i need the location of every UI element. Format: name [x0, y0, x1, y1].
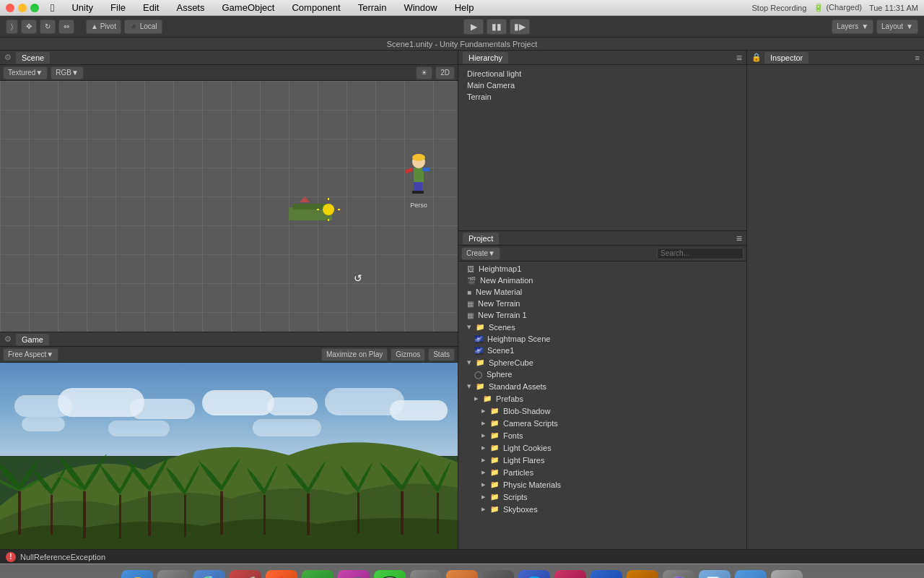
cursor: ↺: [354, 272, 362, 284]
project-options[interactable]: ≡: [736, 233, 742, 244]
project-item-new-material[interactable]: ■ New Material: [458, 286, 746, 298]
tool-hand[interactable]: 〉: [6, 20, 18, 34]
dock-itunes[interactable]: 🎵: [338, 570, 370, 579]
dock-trash[interactable]: 🗑: [771, 570, 803, 579]
dock-unity[interactable]: ▶: [410, 570, 442, 579]
rgb-button[interactable]: RGB ▼: [51, 66, 84, 79]
menu-help[interactable]: Help: [452, 2, 477, 13]
scene-canvas[interactable]: Perso: [0, 81, 458, 332]
error-icon: !: [6, 552, 16, 562]
project-item-spherecube[interactable]: 📁 SphereCube: [458, 356, 746, 368]
item-label: SphereCube: [489, 358, 533, 367]
dock-firefox[interactable]: 🔥: [266, 570, 297, 579]
dock-finder[interactable]: 😄: [121, 570, 153, 579]
dock-indesign[interactable]: Id: [554, 570, 586, 579]
menu-file[interactable]: File: [108, 2, 128, 13]
dock-browser[interactable]: 🌐: [518, 570, 550, 579]
svg-rect-21: [148, 491, 151, 536]
step-button[interactable]: ▮▶: [510, 19, 530, 35]
project-item-scenes[interactable]: 📁 Scenes: [458, 321, 746, 333]
menu-window[interactable]: Window: [401, 2, 440, 13]
apple-menu[interactable]: : [51, 1, 54, 14]
tool-move[interactable]: ✥: [21, 20, 37, 34]
project-search[interactable]: [657, 248, 744, 259]
scene-icon: ⚙: [4, 53, 12, 62]
aspect-dropdown[interactable]: Free Aspect ▼: [3, 348, 58, 361]
project-item-camera-scripts[interactable]: 📁 Camera Scripts: [458, 417, 746, 429]
inspector-tab[interactable]: Inspector: [764, 52, 808, 64]
game-tab[interactable]: Game: [16, 334, 49, 345]
gizmos-btn[interactable]: Gizmos: [391, 348, 425, 361]
scene-tab[interactable]: Scene: [16, 52, 50, 64]
project-item-prefabs[interactable]: 📁 Prefabs: [458, 392, 746, 405]
item-label: Blob-Shadow: [503, 407, 550, 415]
tool-rotate[interactable]: ↻: [40, 20, 56, 34]
game-canvas[interactable]: [0, 363, 458, 549]
project-item-scripts[interactable]: 📁 Scripts: [458, 491, 746, 503]
project-tab[interactable]: Project: [463, 233, 499, 244]
project-content[interactable]: 🖼 Heightmap1 🎬 New Animation ■ New Mater…: [458, 262, 746, 549]
scene-light-btn[interactable]: ☀: [416, 66, 432, 79]
maximize-button[interactable]: [30, 4, 39, 12]
file-icon: ■: [467, 288, 471, 296]
hierarchy-directional-light[interactable]: Directional light: [458, 68, 746, 79]
maximize-btn[interactable]: Maximize on Play: [321, 348, 388, 361]
dock-photoshop[interactable]: Ps: [590, 570, 622, 579]
project-item-fonts[interactable]: 📁 Fonts: [458, 429, 746, 441]
layers-dropdown[interactable]: Layers ▼: [832, 20, 873, 34]
dock-appstore[interactable]: 🏢: [735, 570, 767, 579]
project-item-particles[interactable]: 📁 Particles: [458, 466, 746, 478]
close-button[interactable]: [6, 4, 14, 12]
menu-unity[interactable]: Unity: [69, 2, 96, 13]
project-item-new-terrain1[interactable]: ▦ New Terrain 1: [458, 309, 746, 321]
dock-instruments[interactable]: 🔮: [663, 570, 694, 579]
dock-more1[interactable]: 🌞: [482, 570, 514, 579]
menu-edit[interactable]: Edit: [140, 2, 162, 13]
hierarchy-tab[interactable]: Hierarchy: [463, 52, 508, 64]
dock-launchpad[interactable]: ✎: [157, 570, 189, 579]
traffic-lights[interactable]: [6, 4, 39, 12]
recording-status: Stop Recording: [752, 4, 807, 12]
hierarchy-terrain[interactable]: Terrain: [458, 91, 746, 103]
project-item-new-animation[interactable]: 🎬 New Animation: [458, 275, 746, 286]
inspector-options[interactable]: ≡: [915, 53, 920, 62]
project-item-new-terrain[interactable]: ▦ New Terrain: [458, 298, 746, 309]
dock-sketchup[interactable]: ⛤: [446, 570, 478, 579]
dock-illustrator[interactable]: Ai: [627, 570, 658, 579]
project-item-skyboxes[interactable]: 📁 Skyboxes: [458, 503, 746, 515]
scene-2d-btn[interactable]: 2D: [435, 66, 455, 79]
menu-gameobject[interactable]: GameObject: [219, 2, 277, 13]
project-item-scene1[interactable]: 🌌 Scene1: [458, 345, 746, 356]
minimize-button[interactable]: [18, 4, 27, 12]
dock-facetime[interactable]: 📷: [302, 570, 334, 579]
tool-scale[interactable]: ⇔: [58, 20, 74, 34]
project-item-light-cookies[interactable]: 📁 Light Cookies: [458, 441, 746, 454]
pause-button[interactable]: ▮▮: [487, 19, 507, 35]
create-button[interactable]: Create ▼: [461, 247, 500, 260]
dock-safari[interactable]: 🌎: [193, 570, 225, 579]
hierarchy-main-camera[interactable]: Main Camera: [458, 79, 746, 91]
project-item-physic-materials[interactable]: 📁 Physic Materials: [458, 478, 746, 491]
layout-dropdown[interactable]: Layout ▼: [876, 20, 918, 34]
textured-button[interactable]: Textured ▼: [3, 66, 48, 79]
menu-assets[interactable]: Assets: [173, 2, 207, 13]
dock-messages[interactable]: 💬: [374, 570, 406, 579]
menu-component[interactable]: Component: [289, 2, 343, 13]
pivot-button[interactable]: ▲ Pivot: [86, 20, 121, 34]
stats-btn[interactable]: Stats: [428, 348, 455, 361]
hierarchy-options[interactable]: ≡: [736, 52, 742, 64]
dock-folder[interactable]: 📄: [699, 570, 731, 579]
project-item-heightmap1[interactable]: 🖼 Heightmap1: [458, 263, 746, 275]
play-button[interactable]: ▶: [463, 19, 484, 35]
hierarchy-header: Hierarchy ≡: [458, 51, 746, 65]
project-item-light-flares[interactable]: 📁 Light Flares: [458, 454, 746, 466]
local-button[interactable]: ◾ Local: [124, 20, 162, 34]
project-item-sphere[interactable]: ◯ Sphere: [458, 368, 746, 380]
project-item-heightmap-scene[interactable]: 🌌 Heightmap Scene: [458, 333, 746, 345]
menu-terrain[interactable]: Terrain: [355, 2, 390, 13]
project-item-blob-shadow[interactable]: 📁 Blob-Shadow: [458, 405, 746, 417]
hierarchy-content[interactable]: Directional light Main Camera Terrain: [458, 65, 746, 230]
scene-toolbar: Textured ▼ RGB ▼ ☀ 2D: [0, 65, 458, 81]
project-item-standard-assets[interactable]: 📁 Standard Assets: [458, 380, 746, 392]
dock-guitar[interactable]: 🎸: [230, 570, 261, 579]
